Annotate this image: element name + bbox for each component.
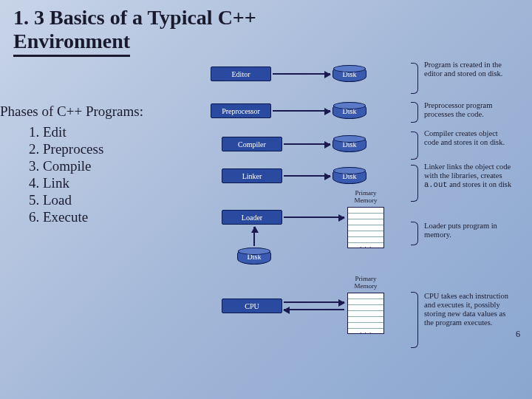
disk-linker: Disk [332,168,366,184]
phases-heading: Phases of C++ Programs: [0,103,203,120]
brace-linker [411,165,418,202]
caption-linker-post: and stores it on disk [448,180,512,188]
phase-item: Execute [43,209,203,225]
disk-compiler: Disk [332,136,366,152]
brace-compiler [411,132,418,160]
phases-panel: Phases of C++ Programs: Edit Preprocess … [0,103,203,226]
compiler-box: Compiler [222,137,282,151]
caption-editor: Program is created in the editor and sto… [424,61,513,78]
phase-item: Compile [43,158,203,174]
arrow-editor-disk [273,73,330,75]
editor-box: Editor [211,66,271,81]
arrow-loader-memory [284,216,344,218]
arrow-cpu-memory-1 [284,301,344,303]
caption-loader: Loader puts program in memory. [424,222,513,239]
memory-block-1: . . . [347,207,384,248]
disk-editor: Disk [332,66,366,82]
cpu-box: CPU [222,299,282,313]
caption-linker: Linker links the object code with the li… [424,163,513,189]
brace-loader [411,222,418,245]
disk-preprocessor: Disk [332,103,366,119]
page-number: 6 [516,329,520,340]
linker-box: Linker [222,168,282,183]
preprocessor-box: Preprocessor [211,103,271,118]
title-line-1: 1. 3 Basics of a Typical C++ [13,6,256,29]
brace-editor [411,63,418,94]
caption-preprocessor: Preprocessor program processes the code. [424,101,513,119]
memory-block-2: . . . [347,293,384,334]
caption-cpu: CPU takes each instruction and executes … [424,292,513,327]
arrow-linker-disk [284,175,330,177]
phase-item: Preprocess [43,141,203,157]
loader-box: Loader [222,210,282,225]
arrow-memory-cpu [284,309,344,310]
phases-list: Edit Preprocess Compile Link Load Execut… [0,124,203,225]
disk-loader: Disk [237,248,271,265]
arrow-disk-loader [253,227,255,246]
title-line-2: Environment [13,30,130,57]
arrow-compiler-disk [284,143,330,145]
memory-label-1: Primary Memory [344,189,388,204]
caption-linker-code: a.out [424,180,448,189]
slide-title: 1. 3 Basics of a Typical C++ Environment [13,6,294,57]
brace-preprocessor [411,102,418,123]
phase-item: Edit [43,124,203,140]
phase-item: Link [43,175,203,191]
brace-cpu [411,292,418,348]
caption-linker-pre: Linker links the object code with the li… [424,163,511,180]
phase-item: Load [43,192,203,208]
memory-label-2: Primary Memory [344,275,388,290]
arrow-preprocessor-disk [273,110,330,112]
caption-compiler: Compiler creates object code and stores … [424,129,513,147]
